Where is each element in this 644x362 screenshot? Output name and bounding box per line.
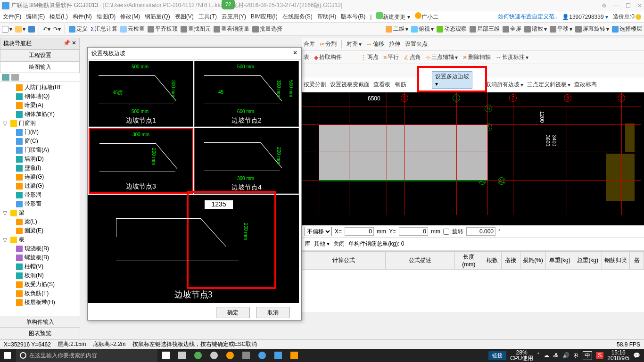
- find-entity-button[interactable]: 查找图元: [181, 25, 211, 33]
- phone-number[interactable]: 👤13907298339 ▾: [562, 14, 608, 20]
- x-input[interactable]: [345, 227, 374, 236]
- taskbar-app-3[interactable]: [206, 349, 222, 362]
- edit-dim-button[interactable]: 查改标高: [574, 81, 597, 89]
- select-floor-button[interactable]: 选择楼层: [612, 25, 642, 33]
- tree-node[interactable]: 人防门框墙(RF: [1, 83, 79, 92]
- zoom-button[interactable]: 缩放▾: [524, 25, 547, 33]
- tree-node[interactable]: 门联窗(A): [1, 146, 79, 155]
- menu-file[interactable]: 文件(F): [3, 13, 21, 21]
- ok-button[interactable]: 确定: [216, 307, 250, 318]
- help-link[interactable]: 如何快速布置自定义范..: [498, 13, 558, 21]
- tree-node[interactable]: 连梁(G): [1, 173, 79, 181]
- split-button[interactable]: ✂分割: [320, 40, 337, 48]
- start-button[interactable]: [0, 349, 15, 362]
- tree-node[interactable]: 板负筋(F): [1, 289, 79, 298]
- chart-preview-tab[interactable]: 图表预览: [0, 327, 80, 339]
- taskbar-app-8[interactable]: [287, 349, 302, 362]
- panel-pin-icon[interactable]: 📌 ✕: [63, 40, 76, 48]
- taskbar-app-1[interactable]: [174, 349, 190, 362]
- pan-button[interactable]: 平移▾: [550, 25, 572, 33]
- tree-node[interactable]: ▽门窗洞: [1, 119, 79, 128]
- tree-node[interactable]: ▽梁: [1, 208, 79, 217]
- tray-notifications-icon[interactable]: 💬: [633, 352, 640, 359]
- threeaux-button[interactable]: ⊹三点辅轴▾: [426, 53, 458, 61]
- local3d-button[interactable]: 局部三维: [470, 25, 500, 33]
- slope-option-3[interactable]: 300 mm200 mm边坡节点3: [89, 128, 193, 194]
- menu-draw[interactable]: 绘图(D): [97, 13, 116, 21]
- 2d-button[interactable]: 二维▾: [386, 25, 408, 33]
- tree-node[interactable]: 窗(C): [1, 137, 79, 146]
- tree-node[interactable]: 板洞(N): [1, 271, 79, 280]
- maximize-button[interactable]: ☐: [626, 2, 631, 9]
- align-button[interactable]: 对齐▾: [347, 40, 362, 48]
- cancel-button[interactable]: 取消: [256, 307, 290, 318]
- menu-modify[interactable]: 修改(M): [120, 13, 140, 21]
- new-icon[interactable]: ▾: [2, 26, 12, 33]
- taskbar-app-6[interactable]: [255, 349, 270, 362]
- twopoint-button[interactable]: ⋮两点: [361, 53, 379, 61]
- threepoint-define-button[interactable]: 三点定义斜筏板 ▾: [527, 81, 570, 89]
- list-tab-icon[interactable]: [11, 74, 19, 81]
- delaux-button[interactable]: ✕删除辅轴: [462, 53, 491, 61]
- menu-tools[interactable]: 工具(T): [198, 13, 217, 21]
- component-tree[interactable]: 人防门框墙(RF砌体墙(Q)暗梁(A)砌体加筋(Y)▽门窗洞门(M)窗(C)门联…: [0, 82, 80, 308]
- tree-node[interactable]: 壁龕(I): [1, 164, 79, 173]
- tree-node[interactable]: 板受力筋(S): [1, 280, 79, 289]
- gxe-button[interactable]: 广小二: [415, 12, 438, 21]
- screen-rotate-button[interactable]: 屏幕旋转▾: [575, 25, 609, 33]
- batch-select-button[interactable]: 批量选择: [252, 25, 282, 33]
- tray-cloud-icon[interactable]: ☁: [544, 352, 549, 359]
- minimize-button[interactable]: —: [613, 2, 619, 9]
- pick-button[interactable]: ◆拾取构件: [314, 53, 342, 61]
- dimension-input[interactable]: 1235: [205, 200, 233, 209]
- tree-node[interactable]: 砌体墙(Q): [1, 92, 79, 101]
- tree-node[interactable]: 墙洞(D): [1, 155, 79, 164]
- tree-node[interactable]: 暗梁(A): [1, 101, 79, 110]
- raft-slab[interactable]: [319, 124, 487, 181]
- tree-node[interactable]: 带形洞: [1, 190, 79, 199]
- undo-icon[interactable]: ↶▾: [43, 26, 50, 33]
- cancel-all-slopes-button[interactable]: 取消所有边坡 ▾: [486, 81, 523, 89]
- taskbar-app-2[interactable]: [190, 349, 206, 362]
- tray-link[interactable]: 链接: [488, 351, 506, 360]
- table-button[interactable]: 表: [304, 53, 309, 61]
- tree-node[interactable]: 梁(L): [1, 217, 79, 226]
- view-rebar-button[interactable]: 查看钢筋量: [214, 25, 249, 33]
- offset-button[interactable]: ↔偏移: [366, 40, 384, 48]
- slope-option-4[interactable]: 300 mm200 mm边坡节点4: [194, 128, 299, 194]
- dialog-close-button[interactable]: ✕: [293, 49, 297, 58]
- dynamic-view-button[interactable]: 动态观察: [437, 25, 467, 33]
- lengthdim-button[interactable]: ↔长度标注▾: [495, 53, 528, 61]
- define-button[interactable]: 定义: [69, 25, 88, 33]
- multi-slope-button[interactable]: 设置多边边坡 ▾: [432, 71, 472, 89]
- menu-floor[interactable]: 楼层(L): [50, 13, 68, 21]
- tree-node[interactable]: ▽基础: [1, 307, 79, 308]
- tray-net-icon[interactable]: 🖧: [553, 352, 559, 359]
- drawing-canvas[interactable]: 6500 5 1 7 8 2 B A A1 A1 1200 3600 3400: [302, 92, 644, 225]
- sum-button[interactable]: Σ汇总计算: [91, 25, 117, 33]
- save-icon[interactable]: [28, 26, 35, 33]
- rotate-checkbox[interactable]: [443, 229, 449, 235]
- tree-node[interactable]: 过梁(G): [1, 181, 79, 190]
- tree-node[interactable]: ▽板: [1, 235, 79, 244]
- open-icon[interactable]: ▾: [15, 26, 25, 33]
- settings-icon[interactable]: ⚙: [602, 2, 607, 9]
- tray-safe-icon[interactable]: ⛨: [573, 352, 579, 359]
- stretch-button[interactable]: 拉伸: [389, 40, 400, 48]
- tray-vol-icon[interactable]: 🔊: [562, 352, 570, 359]
- tray-chevron[interactable]: ˄: [537, 352, 540, 359]
- redo-icon[interactable]: ↷▾: [53, 26, 61, 33]
- tree-node[interactable]: 螺旋板(B): [1, 253, 79, 262]
- taskbar-app-5[interactable]: [239, 349, 254, 362]
- task-view-icon[interactable]: [158, 349, 173, 362]
- eng-settings-tab[interactable]: 工程设置: [0, 49, 80, 61]
- tree-node[interactable]: 砌体加筋(Y): [1, 110, 79, 119]
- menu-edit[interactable]: 编辑(E): [26, 13, 45, 21]
- menu-component[interactable]: 构件(N): [73, 13, 92, 21]
- offset-select[interactable]: 不偏移: [305, 227, 332, 236]
- cloud-check-button[interactable]: 云检查: [120, 25, 145, 33]
- tree-node[interactable]: 圈梁(E): [1, 226, 79, 235]
- topview-button[interactable]: 俯视▾: [411, 25, 434, 33]
- menu-help[interactable]: 帮助(H): [317, 13, 337, 21]
- y-input[interactable]: [399, 227, 428, 236]
